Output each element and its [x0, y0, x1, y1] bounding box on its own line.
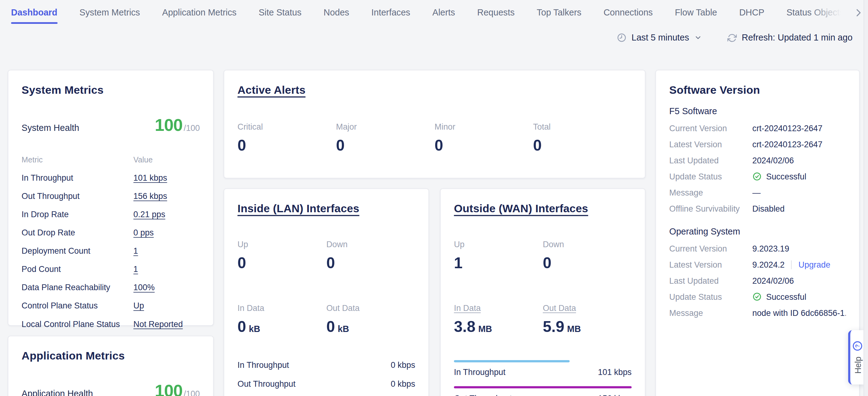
alert-stat-major: Major0: [336, 122, 435, 155]
tab-status-objects[interactable]: Status Objects: [786, 0, 844, 25]
lan-stat-in-data: In Data0kB: [238, 303, 326, 336]
value-column-header: Value: [133, 155, 200, 164]
throughput-value: 0 kbps: [391, 379, 415, 388]
lan-interfaces-title[interactable]: Inside (LAN) Interfaces: [238, 202, 359, 215]
metric-value-link[interactable]: Up: [133, 301, 200, 310]
metric-value-link[interactable]: 156 kbps: [133, 191, 200, 200]
top-nav: DashboardSystem MetricsApplication Metri…: [0, 0, 868, 25]
interface-stat-label: Up: [454, 239, 542, 249]
interface-data-label: In Data: [238, 303, 326, 312]
metric-value-link[interactable]: 0.21 pps: [133, 209, 200, 219]
software-row-message: Message—: [669, 185, 846, 200]
system-health-label: System Health: [22, 123, 79, 133]
upgrade-link[interactable]: Upgrade: [799, 260, 830, 269]
interface-data-label[interactable]: Out Data: [543, 303, 631, 312]
software-row-latest-version: Latest Versioncrt-20240123-2647: [669, 136, 846, 152]
data-value-unit: kB: [338, 324, 349, 334]
software-row-value: 9.2024.2Upgrade: [752, 260, 846, 269]
software-row-label: Current Version: [669, 244, 752, 253]
wan-interfaces-title[interactable]: Outside (WAN) Interfaces: [454, 202, 588, 215]
software-row-message: Messagenode with ID 6dc66856-1...: [669, 305, 846, 321]
tab-flow-table[interactable]: Flow Table: [675, 0, 717, 25]
active-alerts-card: Active Alerts Critical0Major0Minor0Total…: [223, 70, 645, 178]
application-health-row: Application Health 100/100: [22, 381, 200, 396]
time-range-selector[interactable]: Last 5 minutes: [617, 33, 702, 43]
system-health-score: 100/100: [155, 115, 200, 135]
metric-label: In Drop Rate: [22, 209, 133, 219]
software-row-text: Successful: [766, 292, 806, 301]
system-health-row: System Health 100/100: [22, 115, 200, 135]
software-row-text: 2024/02/06: [752, 155, 794, 165]
tab-dashboard[interactable]: Dashboard: [11, 0, 58, 25]
tab-connections[interactable]: Connections: [603, 0, 653, 25]
throughput-label: Out Throughput: [454, 393, 512, 396]
metric-value-link[interactable]: 101 kbps: [133, 173, 200, 182]
application-metrics-title: Application Metrics: [22, 349, 200, 362]
software-row-label: Message: [669, 308, 752, 317]
metric-label: Out Throughput: [22, 191, 133, 200]
software-row-value: 2024/02/06: [752, 155, 846, 165]
chevron-down-icon: [694, 34, 702, 41]
software-row-label: Update Status: [669, 292, 752, 301]
metric-value-link[interactable]: 1: [133, 246, 200, 255]
data-value-number: 5.9: [543, 318, 564, 335]
tab-dhcp[interactable]: DHCP: [739, 0, 764, 25]
metric-value-link[interactable]: Not Reported: [133, 319, 200, 329]
metric-value-link[interactable]: 1: [133, 264, 200, 274]
tab-requests[interactable]: Requests: [477, 0, 515, 25]
metric-row: Local Control Plane StatusNot Reported: [22, 319, 200, 329]
software-section-operating-system: Operating SystemCurrent Version9.2023.19…: [669, 226, 846, 320]
tab-nodes[interactable]: Nodes: [323, 0, 349, 25]
throughput-row: In Throughput0 kbps: [238, 360, 415, 369]
software-row-last-updated: Last Updated2024/02/06: [669, 152, 846, 168]
stage: DashboardSystem MetricsApplication Metri…: [0, 0, 868, 396]
software-row-offline-survivability: Offline SurvivabilityDisabled: [669, 200, 846, 217]
software-row-text: node with ID 6dc66856-1...: [752, 308, 846, 317]
data-value-number: 0: [327, 318, 335, 335]
lan-stat-up: Up0: [238, 239, 326, 272]
active-alerts-title[interactable]: Active Alerts: [238, 84, 305, 96]
alert-stat-minor: Minor0: [435, 122, 533, 155]
software-row-value: 2024/02/06: [752, 276, 846, 285]
application-metrics-card: Application Metrics Application Health 1…: [8, 336, 214, 396]
wan-status-stats: Up1Down0: [454, 239, 631, 272]
clock-icon: [617, 33, 627, 43]
throughput-label: Out Throughput: [238, 379, 296, 388]
software-row-text: crt-20240123-2647: [752, 123, 823, 133]
application-health-suffix: /100: [184, 389, 200, 396]
interface-stat-label: Down: [543, 239, 631, 249]
software-row-text: Successful: [766, 172, 806, 181]
software-row-label: Latest Version: [669, 260, 752, 269]
lan-throughput-list: In Throughput0 kbpsOut Throughput0 kbps: [238, 360, 415, 388]
software-row-value: Successful: [752, 292, 846, 301]
application-health-score: 100/100: [155, 381, 200, 396]
metric-label: Out Drop Rate: [22, 228, 133, 237]
throughput-label: In Throughput: [454, 367, 505, 376]
metric-value-link[interactable]: 0 pps: [133, 228, 200, 237]
tab-site-status[interactable]: Site Status: [259, 0, 302, 25]
lan-stat-out-data: Out Data0kB: [327, 303, 415, 336]
help-tab[interactable]: Help ?: [848, 330, 864, 385]
refresh-control[interactable]: Refresh: Updated 1 min ago: [727, 33, 852, 43]
tab-alerts[interactable]: Alerts: [432, 0, 455, 25]
tab-application-metrics[interactable]: Application Metrics: [162, 0, 237, 25]
metric-row: In Drop Rate0.21 pps: [22, 209, 200, 219]
data-value-number: 3.8: [454, 318, 475, 335]
throughput-bar: [454, 386, 631, 388]
metric-value-link[interactable]: 100%: [133, 282, 200, 292]
tab-top-talkers[interactable]: Top Talkers: [537, 0, 581, 25]
interface-data-value: 0kB: [327, 318, 415, 336]
software-row-value: 9.2023.19: [752, 244, 846, 253]
tab-interfaces[interactable]: Interfaces: [371, 0, 410, 25]
interface-stat-value: 0: [327, 254, 415, 272]
alert-stat-label: Critical: [238, 122, 336, 131]
wan-stat-in-data: In Data3.8MB: [454, 303, 542, 336]
tab-system-metrics[interactable]: System Metrics: [80, 0, 140, 25]
scrollbar-track[interactable]: [864, 0, 868, 396]
metric-label: Control Plane Status: [22, 301, 133, 310]
metric-row: Pod Count1: [22, 264, 200, 274]
software-row-update-status: Update StatusSuccessful: [669, 289, 846, 305]
software-row-text: crt-20240123-2647: [752, 140, 823, 149]
interface-data-label[interactable]: In Data: [454, 303, 542, 312]
software-row-value: Disabled: [752, 204, 846, 213]
